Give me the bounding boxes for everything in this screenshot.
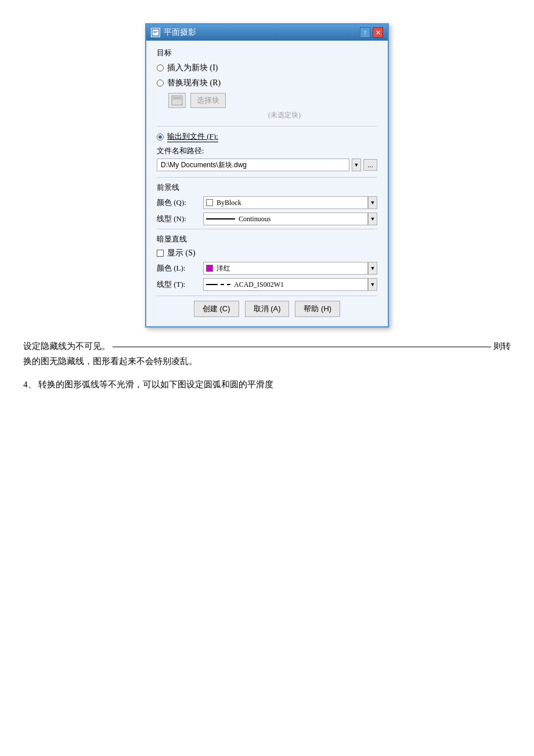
svg-rect-5 (173, 97, 181, 99)
help-titlebar-btn[interactable]: ? (360, 27, 370, 38)
target-section-label: 目标 (157, 48, 377, 58)
hidden-color-select-wrapper: 洋红 ▼ (203, 262, 377, 275)
hidden-color-select[interactable]: 洋红 (203, 262, 368, 275)
export-radio-row: 输出到文件 (F): (157, 131, 377, 142)
cancel-button[interactable]: 取消 (A) (245, 301, 290, 317)
hidden-linetype-select-wrapper: ACAD_IS002W1 ▼ (203, 278, 377, 291)
titlebar-right: ? ✕ (360, 27, 383, 38)
radio-insert-new-dot[interactable] (157, 64, 164, 71)
foreground-linetype-label: 线型 (N): (157, 214, 203, 224)
divider3 (157, 229, 377, 229)
radio-replace-dot[interactable] (157, 80, 164, 87)
foreground-linetype-row: 线型 (N): Continuous ▼ (157, 213, 377, 225)
page-line2: 换的图无隐藏线，图形看起来不会特别凌乱。 (23, 354, 511, 369)
browse-button[interactable]: ... (363, 159, 377, 171)
foreground-linetype-arrow[interactable]: ▼ (368, 213, 377, 225)
foreground-color-row: 颜色 (Q): ByBlock ▼ (157, 196, 377, 209)
hidden-section-label: 暗显直线 (157, 234, 377, 244)
export-radio-label[interactable]: 输出到文件 (F): (167, 131, 218, 142)
foreground-color-value: ByBlock (217, 199, 241, 207)
show-hidden-row: 显示 (S) (157, 248, 377, 258)
hidden-linetype-value: ACAD_IS002W1 (234, 280, 284, 289)
select-block-icon (168, 93, 186, 108)
help-button[interactable]: 帮助 (H) (295, 301, 340, 317)
line1-before: 设定隐藏线为不可见。 (23, 339, 110, 354)
hidden-color-value: 洋红 (217, 264, 230, 273)
foreground-linetype-value: Continuous (239, 215, 270, 224)
foreground-color-select-wrapper: ByBlock ▼ (203, 196, 377, 209)
hidden-linetype-select[interactable]: ACAD_IS002W1 (203, 278, 368, 291)
radio-replace-label[interactable]: 替换现有块 (R) (167, 78, 221, 88)
divider1 (157, 126, 377, 127)
show-hidden-checkbox[interactable] (157, 250, 164, 257)
foreground-color-label: 颜色 (Q): (157, 197, 203, 208)
color-swatch-magenta (206, 265, 213, 272)
file-path-row: ▼ ... (157, 159, 377, 171)
hidden-color-label: 颜色 (L): (157, 263, 203, 273)
hidden-linetype-label: 线型 (T): (157, 279, 203, 290)
page-line1: 设定隐藏线为不可见。 则转 (23, 339, 511, 354)
linetype-preview-dashed (206, 284, 230, 285)
dialog-title: 平面摄影 (164, 27, 196, 38)
page-text-block: 设定隐藏线为不可见。 则转 换的图无隐藏线，图形看起来不会特别凌乱。 (23, 339, 511, 369)
file-path-input[interactable] (157, 159, 349, 171)
hidden-linetype-row: 线型 (T): ACAD_IS002W1 ▼ (157, 278, 377, 291)
radio-insert-new-label[interactable]: 插入为新块 (I) (167, 63, 218, 73)
divider2 (157, 177, 377, 178)
foreground-linetype-select-wrapper: Continuous ▼ (203, 213, 377, 225)
dialog-titlebar: 平面摄影 ? ✕ (146, 24, 388, 41)
radio-export-dot[interactable] (157, 134, 164, 141)
underline-separator (113, 347, 491, 347)
radio-insert-new-row: 插入为新块 (I) (157, 63, 377, 73)
hidden-linetype-arrow[interactable]: ▼ (368, 278, 377, 291)
dialog-wrapper: 平面摄影 ? ✕ 目标 插入为新块 (I) 替换现 (23, 23, 511, 327)
close-titlebar-btn[interactable]: ✕ (373, 27, 383, 38)
foreground-section-label: 前景线 (157, 182, 377, 193)
page-content: 平面摄影 ? ✕ 目标 插入为新块 (I) 替换现 (23, 23, 511, 393)
foreground-color-arrow[interactable]: ▼ (368, 196, 377, 209)
line2-text: 换的图无隐藏线，图形看起来不会特别凌乱。 (23, 357, 197, 366)
titlebar-left: 平面摄影 (151, 27, 196, 38)
dialog-body: 目标 插入为新块 (I) 替换现有块 (R) (146, 41, 388, 326)
foreground-linetype-select[interactable]: Continuous (203, 213, 368, 225)
para4-num: 4、 (23, 380, 37, 389)
show-hidden-label[interactable]: 显示 (S) (167, 248, 196, 258)
foreground-color-select[interactable]: ByBlock (203, 196, 368, 209)
not-selected-text: (未选定块) (157, 110, 377, 120)
color-swatch-white (206, 199, 213, 206)
line1-after: 则转 (493, 339, 511, 354)
hidden-color-row: 颜色 (L): 洋红 ▼ (157, 262, 377, 275)
radio-replace-row: 替换现有块 (R) (157, 78, 377, 88)
file-path-dropdown-arrow[interactable]: ▼ (352, 159, 361, 171)
file-path-label: 文件名和路径: (157, 146, 377, 156)
dialog: 平面摄影 ? ✕ 目标 插入为新块 (I) 替换现 (145, 23, 389, 327)
dialog-footer: 创建 (C) 取消 (A) 帮助 (H) (157, 296, 377, 319)
page-para4: 4、 转换的图形弧线等不光滑，可以如下图设定圆弧和圆的平滑度 (23, 377, 511, 393)
select-block-row: 选择块 (157, 93, 377, 108)
title-icon (151, 28, 160, 37)
select-block-button[interactable]: 选择块 (190, 93, 226, 108)
hidden-color-arrow[interactable]: ▼ (368, 262, 377, 275)
linetype-preview-continuous (206, 218, 235, 219)
create-button[interactable]: 创建 (C) (194, 301, 239, 317)
para4-text: 转换的图形弧线等不光滑，可以如下图设定圆弧和圆的平滑度 (38, 380, 273, 389)
